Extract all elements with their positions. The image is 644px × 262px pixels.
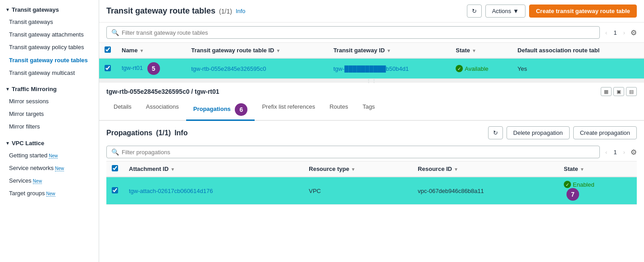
next-page-button[interactable]: ›: [621, 28, 627, 37]
info-link[interactable]: Info: [236, 8, 246, 14]
view-icon-2[interactable]: ▣: [613, 87, 624, 96]
gateway-id-link[interactable]: tgw-██████████b50b4d1: [333, 65, 409, 72]
tab-details[interactable]: Details: [106, 100, 139, 121]
cell-prop-state: Enabled 7: [558, 177, 637, 205]
cell-gateway-id: tgw-██████████b50b4d1: [328, 58, 451, 79]
cell-default-assoc: Yes: [512, 58, 644, 79]
step-badge-5: 5: [147, 62, 160, 75]
view-icon-1[interactable]: ▦: [601, 87, 612, 96]
new-badge: New: [46, 191, 55, 197]
propagations-title: Propagations (1/1) Info: [106, 129, 187, 137]
prop-state-badge: Enabled: [564, 181, 631, 188]
main-content: Transit gateway route tables (1/1) Info …: [99, 0, 644, 262]
title-text: Transit gateway route tables: [106, 6, 215, 16]
sidebar-item-target-groups[interactable]: Target groupsNew: [0, 187, 99, 200]
create-route-table-button[interactable]: Create transit gateway route table: [529, 5, 637, 18]
resize-handle[interactable]: ⋮⋮: [99, 79, 644, 83]
step-badge-7: 7: [566, 188, 579, 201]
sidebar-item-getting-started[interactable]: Getting startedNew: [0, 149, 99, 162]
propagations-search-input[interactable]: [122, 149, 595, 156]
cell-resource-id: vpc-067deb946c86b8a11: [412, 177, 558, 205]
propagations-table-wrap: Attachment ID▼ Resource type▼ Resource I…: [106, 161, 637, 205]
view-controls: ▦ ▣ ▤: [601, 87, 637, 96]
refresh-button[interactable]: ↻: [467, 5, 482, 18]
sidebar-section-label: VPC Lattice: [12, 140, 44, 147]
sidebar-item-services[interactable]: ServicesNew: [0, 175, 99, 187]
sidebar-item-tg-route-tables[interactable]: Transit gateway route tables: [0, 54, 99, 67]
tab-prefix-list[interactable]: Prefix list references: [255, 100, 322, 121]
prop-row-checkbox[interactable]: [112, 187, 118, 193]
cell-state: Available: [450, 58, 512, 79]
row-checkbox[interactable]: [105, 65, 111, 71]
step-badge-6: 6: [235, 103, 247, 116]
new-badge: New: [55, 166, 64, 171]
propagations-count: (1/1): [156, 129, 171, 137]
actions-label: Actions: [492, 8, 512, 14]
sidebar-section-transit-gateways[interactable]: ▼ Transit gateways: [0, 4, 99, 16]
page-title: Transit gateway route tables (1/1) Info: [106, 6, 246, 16]
propagations-search-bar: 🔍 ‹ 1 › ⚙: [106, 143, 637, 161]
detail-header: tgw-rtb-055e2845e326595c0 / tgw-rt01 ▦ ▣…: [99, 83, 644, 96]
sidebar-item-tg-multicast[interactable]: Transit gateway multicast: [0, 67, 99, 79]
sidebar-item-service-networks[interactable]: Service networksNew: [0, 162, 99, 175]
refresh-icon: ↻: [493, 129, 498, 136]
prop-next-page[interactable]: ›: [621, 148, 627, 156]
select-all-checkbox[interactable]: [105, 46, 111, 53]
create-propagation-button[interactable]: Create propagation: [573, 126, 637, 139]
propagations-pagination: ‹ 1 › ⚙: [603, 148, 637, 156]
tab-propagations[interactable]: Propagations 6: [186, 100, 255, 121]
new-badge: New: [33, 179, 42, 184]
search-bar: 🔍 ‹ 1 › ⚙: [99, 23, 644, 43]
propagations-refresh-button[interactable]: ↻: [488, 126, 503, 139]
pagination: ‹ 1 › ⚙: [603, 28, 637, 37]
col-state: State▼: [450, 43, 512, 58]
actions-button[interactable]: Actions ▼: [485, 5, 526, 18]
sidebar-section-label: Traffic Mirroring: [12, 86, 57, 92]
prev-page-button[interactable]: ‹: [603, 28, 609, 37]
propagation-row[interactable]: tgw-attach-02617cb060614d176 VPC vpc-067…: [106, 177, 637, 205]
tab-routes[interactable]: Routes: [322, 100, 355, 121]
sidebar-item-tg-attachments[interactable]: Transit gateway attachments: [0, 28, 99, 41]
prop-page-number: 1: [611, 148, 619, 156]
record-count: (1/1): [219, 8, 232, 15]
route-table-id-link[interactable]: tgw-rtb-055e2845e326595c0: [191, 65, 266, 72]
sidebar-item-mirror-targets[interactable]: Mirror targets: [0, 108, 99, 120]
route-table-name-link[interactable]: tgw-rt01: [122, 64, 143, 71]
state-badge: Available: [456, 65, 507, 72]
search-input[interactable]: [122, 29, 595, 36]
sidebar: ▼ Transit gateways Transit gateways Tran…: [0, 0, 99, 262]
col-default-assoc: Default association route tabl: [512, 43, 644, 58]
sort-icon: ▼: [139, 48, 144, 53]
settings-icon[interactable]: ⚙: [630, 148, 637, 156]
delete-propagation-button[interactable]: Delete propagation: [507, 126, 570, 139]
search-icon: 🔍: [111, 148, 119, 156]
top-bar: Transit gateway route tables (1/1) Info …: [99, 0, 644, 23]
sidebar-item-transit-gateways[interactable]: Transit gateways: [0, 16, 99, 28]
page-number: 1: [611, 28, 619, 37]
sidebar-item-mirror-sessions[interactable]: Mirror sessions: [0, 95, 99, 108]
col-gateway-id: Transit gateway ID▼: [328, 43, 451, 58]
search-icon: 🔍: [111, 29, 119, 36]
route-tables-table: Name▼ Transit gateway route table ID▼ Tr…: [99, 43, 644, 79]
col-prop-state: State▼: [558, 161, 637, 177]
table-row[interactable]: tgw-rt01 5 tgw-rtb-055e2845e326595c0 tgw…: [99, 58, 644, 79]
propagations-actions: ↻ Delete propagation Create propagation: [488, 126, 637, 139]
settings-icon[interactable]: ⚙: [630, 28, 637, 37]
sidebar-item-mirror-filters[interactable]: Mirror filters: [0, 120, 99, 133]
detail-panel: tgw-rtb-055e2845e326595c0 / tgw-rt01 ▦ ▣…: [99, 83, 644, 210]
sidebar-section-traffic-mirroring[interactable]: ▼ Traffic Mirroring: [0, 83, 99, 95]
col-name: Name▼: [116, 43, 186, 58]
prop-select-all[interactable]: [112, 165, 118, 171]
tab-tags[interactable]: Tags: [355, 100, 382, 121]
attachment-id-link[interactable]: tgw-attach-02617cb060614d176: [129, 188, 213, 194]
detail-title: tgw-rtb-055e2845e326595c0 / tgw-rt01: [106, 88, 219, 95]
tab-associations[interactable]: Associations: [139, 100, 186, 121]
propagations-info-link[interactable]: Info: [174, 129, 187, 137]
view-icon-3[interactable]: ▤: [626, 87, 637, 96]
prop-prev-page[interactable]: ‹: [603, 148, 609, 156]
sidebar-item-tg-policy-tables[interactable]: Transit gateway policy tables: [0, 41, 99, 54]
chevron-down-icon: ▼: [513, 8, 519, 14]
sort-icon: ▼: [276, 48, 280, 53]
propagations-table: Attachment ID▼ Resource type▼ Resource I…: [106, 161, 637, 205]
sidebar-section-vpc-lattice[interactable]: ▼ VPC Lattice: [0, 137, 99, 149]
